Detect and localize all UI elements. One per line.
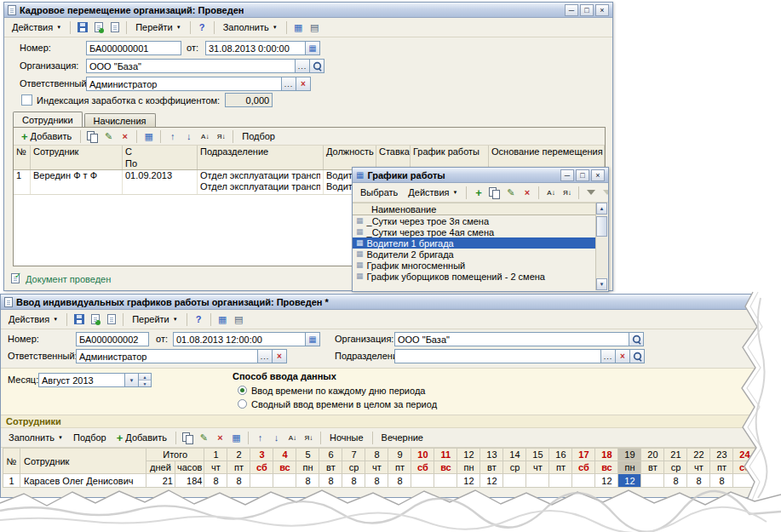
calendar-icon[interactable]: ▦ [306, 332, 320, 346]
input-method-option-daily[interactable]: Ввод времени по каждому дню периода [238, 385, 425, 396]
add-row-button[interactable]: +Добавить [17, 129, 76, 144]
magnifier-icon[interactable] [630, 349, 645, 363]
day-column-header[interactable]: 11 [434, 449, 457, 461]
sort-desc-icon[interactable]: Я↓ [301, 431, 316, 445]
number-input[interactable]: БА000000001 [86, 41, 181, 55]
ellipsis-button[interactable]: ... [258, 349, 273, 363]
pick-button[interactable]: Подбор [69, 431, 111, 444]
input-method-option-summary[interactable]: Сводный ввод времени в целом за период [238, 398, 437, 409]
scrollbar-thumb[interactable] [596, 216, 607, 237]
day-weekday-header[interactable]: пн [296, 461, 319, 474]
day-column-header[interactable]: 7 [342, 449, 365, 461]
close-icon[interactable]: × [595, 4, 609, 16]
magnifier-icon[interactable] [629, 332, 644, 346]
day-weekday-header[interactable]: вт [319, 461, 342, 474]
add-row-button[interactable]: +Добавить [112, 431, 171, 445]
save-icon[interactable] [75, 20, 89, 35]
day-column-header[interactable]: 14 [503, 449, 526, 461]
day-column-header[interactable]: 16 [549, 449, 572, 461]
radio-icon[interactable] [238, 399, 247, 409]
day-column-header[interactable]: 21 [664, 449, 687, 461]
w3-titlebar[interactable]: Ввод индивидуальных графиков работы орга… [1, 295, 780, 310]
day-weekday-header[interactable]: сб [250, 461, 273, 474]
calendar-icon[interactable]: ▦ [306, 41, 320, 55]
maximize-icon[interactable]: □ [580, 4, 594, 16]
schedule-list-item[interactable]: ▦Водители 1 бригада [353, 237, 596, 249]
table-cell[interactable]: 01.09.2013 [123, 170, 198, 194]
day-column-header[interactable]: 8 [365, 449, 388, 461]
post-document-icon[interactable] [91, 20, 106, 35]
day-column-header[interactable]: 18 [595, 449, 618, 461]
day-weekday-header[interactable]: сб [572, 461, 595, 474]
day-weekday-header[interactable]: чт [687, 461, 710, 474]
sort-desc-icon[interactable]: Я↓ [560, 186, 574, 200]
sort-desc-icon[interactable]: Я↓ [214, 129, 228, 144]
pick-button[interactable]: Подбор [238, 129, 279, 143]
ellipsis-button[interactable]: ... [601, 349, 616, 363]
table-cell[interactable]: 1 [14, 170, 31, 194]
day-weekday-header[interactable]: пн [618, 461, 641, 474]
copy-icon[interactable] [487, 186, 502, 200]
day-weekday-header[interactable]: ср [503, 461, 526, 474]
day-weekday-header[interactable]: пт [710, 461, 733, 474]
day-weekday-header[interactable]: вт [480, 461, 503, 474]
hours-total-cell[interactable]: 184 [175, 474, 204, 488]
day-cell[interactable]: 12 [618, 474, 641, 488]
report-structure-icon[interactable]: ▦ [291, 20, 306, 35]
day-column-header[interactable]: 2 [227, 449, 250, 461]
select-button[interactable]: Выбрать [356, 186, 402, 199]
day-column-header[interactable]: 15 [526, 449, 549, 461]
indexation-checkbox[interactable] [21, 94, 32, 106]
day-column-header[interactable]: 20 [641, 449, 664, 461]
number-input[interactable]: БА000000002 [76, 332, 149, 346]
schedule-list-item[interactable]: ▦_Сутки через трое 4ая смена [353, 226, 596, 237]
day-column-header[interactable]: 22 [687, 449, 710, 461]
day-weekday-header[interactable]: сб [733, 461, 756, 474]
day-weekday-header[interactable]: чт [526, 461, 549, 474]
day-cell[interactable]: 8 [319, 474, 342, 488]
day-cell[interactable]: 8 [687, 474, 710, 488]
department-input[interactable] [394, 349, 601, 363]
day-column-header[interactable]: 3 [250, 449, 273, 461]
day-weekday-header[interactable]: чт [365, 461, 388, 474]
day-column-header[interactable]: 17 [572, 449, 595, 461]
move-up-icon[interactable]: ↑ [253, 431, 267, 445]
responsible-input[interactable]: Администратор [86, 77, 282, 91]
date-input[interactable]: 01.08.2013 12:00:00 [173, 332, 306, 346]
day-cell[interactable] [434, 474, 457, 488]
day-cell[interactable] [549, 474, 572, 488]
chevron-down-icon[interactable]: ▼ [124, 374, 138, 386]
delete-icon[interactable]: × [520, 186, 534, 200]
day-cell[interactable] [273, 474, 296, 488]
day-column-header[interactable]: 1 [204, 449, 227, 461]
close-icon[interactable]: × [591, 169, 605, 181]
day-weekday-header[interactable]: пт [227, 461, 250, 474]
move-down-icon[interactable]: ↓ [269, 431, 284, 445]
help-icon[interactable]: ? [195, 20, 210, 35]
organization-input[interactable]: ООО "База" [394, 332, 629, 346]
day-cell[interactable] [733, 474, 756, 488]
add-icon[interactable]: + [471, 186, 485, 200]
fill-button[interactable]: Заполнить▼ [219, 20, 282, 34]
actions-button[interactable]: Действия▼ [4, 312, 62, 326]
day-cell[interactable]: 12 [457, 474, 480, 488]
ellipsis-button[interactable]: ... [296, 59, 310, 73]
w1-titlebar[interactable]: Кадровое перемещение организаций: Провед… [4, 3, 612, 18]
day-weekday-header[interactable]: ср [664, 461, 687, 474]
day-column-header[interactable]: 19 [618, 449, 641, 461]
day-weekday-header[interactable]: вс [434, 461, 457, 474]
copy-row-icon[interactable] [181, 431, 195, 445]
filter-icon[interactable] [583, 186, 598, 200]
edit-row-icon[interactable]: ✎ [101, 129, 116, 144]
magnifier-icon[interactable] [310, 59, 324, 73]
day-weekday-header[interactable]: вс [595, 461, 618, 474]
minimize-icon[interactable]: ─ [565, 4, 578, 16]
clear-filter-icon[interactable] [600, 186, 608, 200]
schedule-list-item[interactable]: ▦Водители 2 бригада [353, 249, 596, 260]
day-weekday-header[interactable]: пт [388, 461, 411, 474]
day-column-header[interactable]: 12 [457, 449, 480, 461]
report-structure-icon[interactable]: ▦ [215, 312, 230, 327]
goto-button[interactable]: Перейти▼ [131, 20, 186, 34]
day-column-header[interactable]: 9 [388, 449, 411, 461]
move-up-icon[interactable]: ↑ [165, 129, 180, 144]
